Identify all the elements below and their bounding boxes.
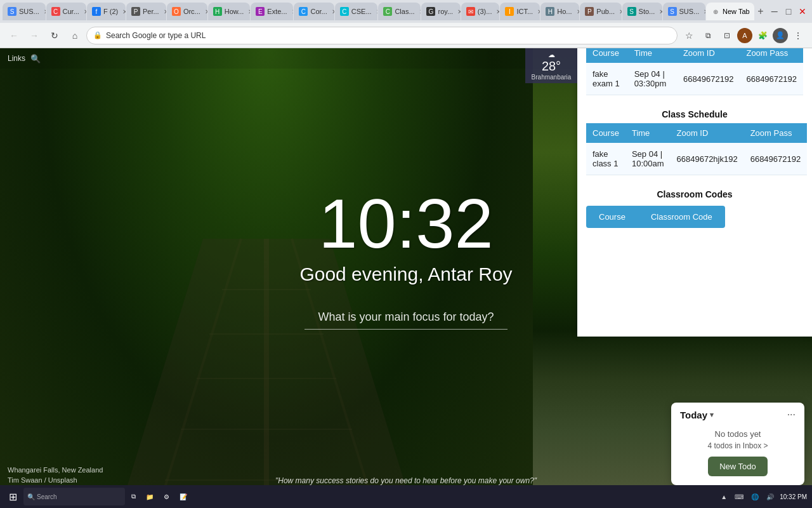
class-row1-zoompass: 66849672192 <box>744 143 808 175</box>
taskbar-sys-tray[interactable]: ▲ <box>719 493 729 500</box>
tab-close-sto[interactable]: ✕ <box>657 7 662 16</box>
tab-close-pub[interactable]: ✕ <box>617 7 621 16</box>
tab-ext[interactable]: E Exte... ✕ <box>251 3 293 20</box>
tab-sto[interactable]: S Sto... ✕ <box>622 3 662 20</box>
tab-cse[interactable]: C CSE... ✕ <box>335 3 378 20</box>
taskbar-task-view[interactable]: ⧉ <box>128 488 140 505</box>
tab-close-how[interactable]: ✕ <box>246 7 250 16</box>
restore-button[interactable]: □ <box>782 3 795 20</box>
menu-button[interactable]: ⋮ <box>789 27 807 44</box>
links-label: Links <box>8 54 25 63</box>
nav-right-icons: ☆ ⧉ ⊡ A 🧩 👤 ⋮ <box>680 27 807 44</box>
tab-favicon-orc: O <box>172 7 181 16</box>
tab-favicon-gh: G <box>426 7 435 16</box>
tab-favicon-ho: H <box>546 7 554 16</box>
class-col-zoompass: Zoom Pass <box>744 123 808 143</box>
class-schedule-title: Class Schedule <box>577 104 812 123</box>
todo-dropdown-icon[interactable]: ▾ <box>710 411 714 419</box>
weather-city: Brahmanbaria <box>529 74 573 81</box>
todo-title: Today ▾ <box>680 410 714 420</box>
taskbar-network-icon[interactable]: 🌐 <box>749 493 761 500</box>
tab-close-ho[interactable]: ✕ <box>575 7 580 16</box>
address-text: Search Google or type a URL <box>106 31 671 40</box>
todo-inbox-link[interactable]: 4 todos in Inbox > <box>680 441 796 450</box>
tab-favicon-cur: C <box>51 7 60 16</box>
tab-favicon-cse: C <box>340 7 349 16</box>
class-row1-course: fake class 1 <box>586 143 625 175</box>
taskbar-keyboard-icon: ⌨ <box>733 493 745 500</box>
forward-button[interactable]: → <box>25 27 43 44</box>
taskbar-search-icon: 🔍 <box>27 493 35 500</box>
taskbar-settings[interactable]: ⚙ <box>160 488 173 505</box>
background-image-area <box>0 48 533 508</box>
taskbar-notes[interactable]: 📝 <box>176 488 191 505</box>
classroom-code-button[interactable]: Classroom Code <box>638 206 725 228</box>
minimize-button[interactable]: ─ <box>768 3 781 20</box>
tab-pub[interactable]: P Pub... ✕ <box>580 3 621 20</box>
class-col-time: Time <box>625 123 671 143</box>
account-button[interactable]: A <box>737 28 752 43</box>
tab-favicon-ext: E <box>256 7 265 16</box>
tab-close-ext[interactable]: ✕ <box>290 7 294 16</box>
extensions-button[interactable]: 🧩 <box>754 27 771 44</box>
close-button[interactable]: ✕ <box>796 3 809 20</box>
tab-sus[interactable]: S SUS... ✕ <box>3 3 46 20</box>
new-tab-button[interactable]: + <box>755 4 766 19</box>
tab-ict[interactable]: I ICT... ✕ <box>500 3 540 20</box>
tab-close-ict[interactable]: ✕ <box>535 7 540 16</box>
extension-puzzle-button[interactable]: ⧉ <box>699 27 717 44</box>
tab-close-cse[interactable]: ✕ <box>374 7 378 16</box>
tab-favicon-sus2: S <box>668 7 677 16</box>
address-bar[interactable]: 🔒 Search Google or type a URL <box>86 27 678 44</box>
taskbar: ⊞ 🔍 Search ⧉ 📁 ⚙ 📝 ▲ ⌨ 🌐 🔊 10:32 PM <box>0 485 812 508</box>
profile-button[interactable]: 👤 <box>773 28 788 43</box>
tab-gh[interactable]: G roy... ✕ <box>421 3 460 20</box>
taskbar-clock: 10:32 PM <box>780 493 807 501</box>
tab-close-gh[interactable]: ✕ <box>455 7 461 16</box>
links-search-icon[interactable]: 🔍 <box>30 54 41 64</box>
browser-chrome: S SUS... ✕ C Cur... ✕ f F (2) ✕ P Per...… <box>0 0 812 48</box>
bookmark-star-button[interactable]: ☆ <box>680 27 698 44</box>
todo-widget: Today ▾ ··· No todos yet 4 todos in Inbo… <box>671 403 804 485</box>
tab-how[interactable]: H How... ✕ <box>208 3 251 20</box>
tab-cor[interactable]: C Cor... ✕ <box>294 3 334 20</box>
tab-close-clas[interactable]: ✕ <box>417 7 421 16</box>
tab-favicon-clas: C <box>383 7 392 16</box>
reload-button[interactable]: ↻ <box>46 27 63 44</box>
tab-fb[interactable]: f F (2) ✕ <box>87 3 126 20</box>
tab-ho[interactable]: H Ho... ✕ <box>540 3 579 20</box>
tab-close-per[interactable]: ✕ <box>162 7 166 16</box>
taskbar-file-explorer[interactable]: 📁 <box>142 488 157 505</box>
bridge-svg <box>0 48 533 508</box>
classroom-course-button[interactable]: Course <box>586 206 638 228</box>
todo-menu-icon[interactable]: ··· <box>787 409 796 420</box>
tab-close-newtab[interactable]: ✕ <box>752 7 754 16</box>
tab-close-cur[interactable]: ✕ <box>82 7 86 16</box>
tab-close-orc[interactable]: ✕ <box>203 7 207 16</box>
taskbar-volume-icon[interactable]: 🔊 <box>764 493 776 500</box>
tab-orc[interactable]: O Orc... ✕ <box>167 3 207 20</box>
tab-close-sus[interactable]: ✕ <box>42 7 46 16</box>
back-button[interactable]: ← <box>5 27 23 44</box>
tab-close-cor[interactable]: ✕ <box>330 7 334 16</box>
taskbar-right: ▲ ⌨ 🌐 🔊 10:32 PM <box>719 493 807 501</box>
tab-sus2[interactable]: S SUS... ✕ <box>663 3 706 20</box>
tab-close-mail[interactable]: ✕ <box>494 7 499 16</box>
tab-close-sus2[interactable]: ✕ <box>702 7 705 16</box>
classroom-codes-title: Classroom Codes <box>577 184 812 203</box>
tab-cur[interactable]: C Cur... ✕ <box>46 3 86 20</box>
tab-mail[interactable]: ✉ (3)... ✕ <box>461 3 500 20</box>
tab-clas[interactable]: C Clas... ✕ <box>378 3 421 20</box>
taskbar-search[interactable]: 🔍 Search <box>23 488 125 505</box>
taskbar-start-button[interactable]: ⊞ <box>5 488 21 505</box>
tab-per[interactable]: P Per... ✕ <box>126 3 166 20</box>
exam-row1-course: fake exam 1 <box>586 63 628 95</box>
weather-widget: ☁ 28° Brahmanbaria <box>525 48 577 83</box>
chromecast-button[interactable]: ⊡ <box>718 27 736 44</box>
tab-newtab[interactable]: ⊕ New Tab ✕ <box>706 3 754 20</box>
class-schedule-table: Course Time Zoom ID Zoom Pass fake class… <box>586 123 807 175</box>
new-todo-button[interactable]: New Todo <box>708 457 768 476</box>
tab-close-fb[interactable]: ✕ <box>121 7 126 16</box>
tab-favicon-sto: S <box>627 7 636 16</box>
home-button[interactable]: ⌂ <box>66 27 84 44</box>
